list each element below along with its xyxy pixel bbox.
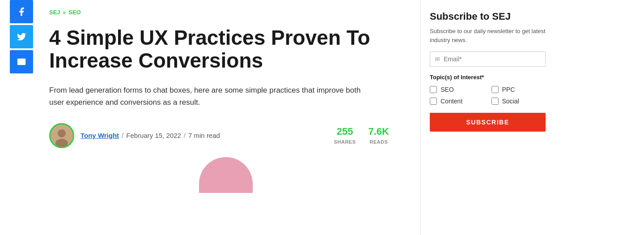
topic-ppc[interactable]: PPC (491, 86, 546, 93)
topic-social[interactable]: Social (491, 98, 546, 105)
email-icon (17, 57, 26, 67)
twitter-share-button[interactable] (10, 25, 33, 48)
reads-count: 7.6K (369, 126, 389, 137)
shares-stat: 255 SHARES (334, 126, 356, 145)
topic-content-label: Content (441, 98, 462, 105)
facebook-share-button[interactable] (10, 0, 33, 23)
topic-content[interactable]: Content (430, 98, 484, 105)
topics-grid: SEO PPC Content Social (430, 86, 546, 105)
avatar (49, 123, 74, 148)
subscribe-button[interactable]: SUBSCRIBE (430, 113, 546, 132)
breadcrumb-arrow: » (63, 9, 66, 16)
avatar-image (51, 124, 73, 147)
email-share-button[interactable] (10, 50, 33, 73)
email-input-wrapper: ✉ (430, 51, 546, 67)
svg-point-1 (58, 129, 66, 137)
topic-seo-checkbox[interactable] (430, 86, 437, 93)
breadcrumb-seo-link[interactable]: SEO (68, 9, 80, 16)
page-wrapper: SEJ » SEO 4 Simple UX Practices Proven T… (0, 0, 644, 235)
topic-ppc-label: PPC (502, 86, 515, 93)
facebook-icon (17, 7, 26, 17)
topic-content-checkbox[interactable] (430, 98, 437, 105)
email-field[interactable] (444, 56, 541, 63)
article-title: 4 Simple UX Practices Proven To Increase… (49, 26, 371, 72)
author-readtime-separator: / (184, 132, 186, 139)
author-info: Tony Wright / February 15, 2022 / 7 min … (80, 132, 220, 139)
main-content: SEJ » SEO 4 Simple UX Practices Proven T… (36, 0, 420, 235)
twitter-icon (17, 32, 26, 42)
topic-seo-label: SEO (441, 86, 454, 93)
breadcrumb-sej-link[interactable]: SEJ (49, 9, 60, 16)
envelope-icon: ✉ (435, 56, 440, 63)
article-image-area (49, 157, 402, 193)
topics-label: Topic(s) of Interest* (430, 74, 546, 81)
article-subtitle: From lead generation forms to chat boxes… (49, 84, 371, 108)
stats-right: 255 SHARES 7.6K READS (334, 126, 389, 145)
author-name-link[interactable]: Tony Wright (80, 132, 119, 139)
breadcrumb: SEJ » SEO (49, 9, 402, 16)
subscribe-description: Subscribe to our daily newsletter to get… (430, 27, 546, 44)
topic-ppc-checkbox[interactable] (491, 86, 499, 93)
topic-social-label: Social (502, 98, 519, 105)
shares-count: 255 (334, 126, 356, 137)
author-left: Tony Wright / February 15, 2022 / 7 min … (49, 123, 220, 148)
topic-social-checkbox[interactable] (491, 98, 499, 105)
right-sidebar: Subscribe to SEJ Subscribe to our daily … (420, 0, 555, 235)
reads-label: READS (369, 139, 388, 145)
topic-seo[interactable]: SEO (430, 86, 484, 93)
shares-label: SHARES (334, 139, 356, 145)
author-date: February 15, 2022 (126, 132, 181, 139)
author-row: Tony Wright / February 15, 2022 / 7 min … (49, 123, 389, 148)
author-read-time: 7 min read (188, 132, 220, 139)
author-date-separator: / (122, 132, 123, 139)
subscribe-title: Subscribe to SEJ (430, 11, 546, 22)
reads-stat: 7.6K READS (369, 126, 389, 145)
decorative-shape (199, 157, 253, 193)
social-sidebar (0, 0, 36, 235)
